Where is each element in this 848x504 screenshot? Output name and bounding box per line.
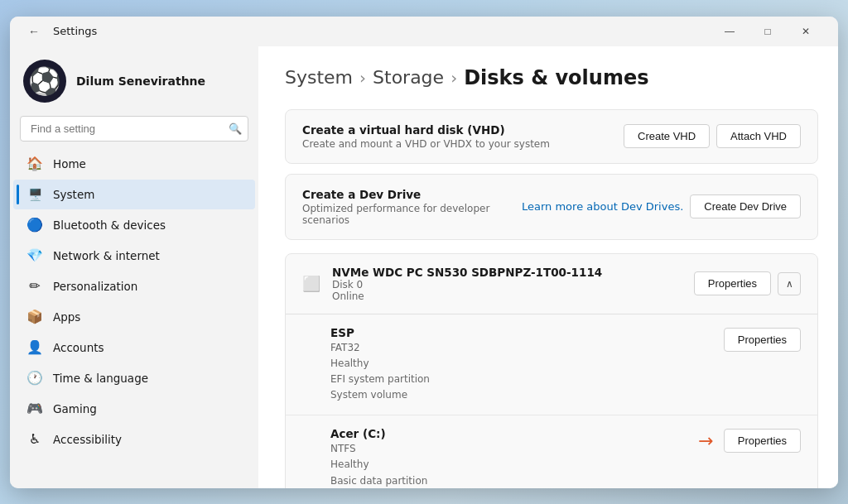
- disk-num: Disk 0: [332, 279, 682, 290]
- volume-row-acer: Acer (C:) NTFS Healthy Basic data partit…: [286, 415, 817, 487]
- titlebar: ← Settings — □ ✕: [10, 17, 838, 46]
- close-button[interactable]: ✕: [787, 18, 825, 45]
- search-icon: 🔍: [229, 122, 242, 135]
- sidebar-item-personalization[interactable]: ✏️ Personalization: [13, 271, 255, 301]
- devdrive-desc: Optimized performance for developer scen…: [302, 203, 512, 226]
- esp-detail-3: System volume: [330, 389, 407, 401]
- search-input[interactable]: [20, 116, 248, 142]
- breadcrumb-system: System: [285, 67, 353, 88]
- sidebar-item-accessibility-label: Accessibility: [53, 433, 122, 446]
- user-info: Dilum Senevirathne: [76, 74, 205, 88]
- vhd-row: Create a virtual hard disk (VHD) Create …: [286, 110, 817, 163]
- esp-properties-button[interactable]: Properties: [724, 328, 801, 352]
- disk-status: Online: [332, 290, 682, 302]
- vhd-info: Create a virtual hard disk (VHD) Create …: [302, 123, 614, 150]
- sidebar-item-bluetooth[interactable]: 🔵 Bluetooth & devices: [13, 210, 255, 240]
- create-vhd-button[interactable]: Create VHD: [624, 124, 710, 148]
- devdrive-info: Create a Dev Drive Optimized performance…: [302, 188, 512, 226]
- settings-window: ← Settings — □ ✕ ⚽ Dilum Senevirathne: [10, 17, 838, 488]
- sidebar-item-home[interactable]: 🏠 Home: [13, 149, 255, 179]
- user-name: Dilum Senevirathne: [76, 74, 205, 88]
- personalization-icon: ✏️: [26, 278, 43, 295]
- search-box: 🔍: [20, 116, 248, 142]
- esp-detail-2: EFI system partition: [330, 373, 430, 385]
- sidebar-item-system[interactable]: 🖥️ System: [13, 180, 255, 209]
- sidebar-item-bluetooth-label: Bluetooth & devices: [53, 218, 166, 232]
- maximize-button[interactable]: □: [749, 18, 787, 45]
- acer-detail-2: Basic data partition: [330, 475, 427, 487]
- sidebar-item-time[interactable]: 🕐 Time & language: [13, 363, 255, 393]
- vhd-title: Create a virtual hard disk (VHD): [302, 123, 614, 137]
- devdrive-card: Create a Dev Drive Optimized performance…: [285, 174, 818, 240]
- arrow-indicator-icon: →: [698, 430, 713, 451]
- volume-esp-actions: Properties: [724, 328, 801, 352]
- acer-detail-0: NTFS: [330, 443, 356, 454]
- breadcrumb-sep-2: ›: [450, 68, 457, 88]
- volume-esp-details: FAT32 Healthy EFI system partition Syste…: [330, 340, 714, 404]
- sidebar-item-personalization-label: Personalization: [53, 280, 137, 293]
- sidebar-item-gaming-label: Gaming: [53, 402, 97, 415]
- disk-properties-button[interactable]: Properties: [694, 271, 771, 295]
- disk-drive-icon: ⬜: [302, 275, 320, 292]
- volume-acer-actions: → Properties: [698, 429, 801, 453]
- disk-name: NVMe WDC PC SN530 SDBPNPZ-1T00-1114: [332, 266, 682, 279]
- system-icon: 🖥️: [26, 186, 43, 203]
- volume-acer-details: NTFS Healthy Basic data partition Boot v…: [330, 441, 688, 487]
- sidebar-item-home-label: Home: [53, 157, 86, 170]
- sidebar-item-time-label: Time & language: [53, 372, 148, 385]
- accounts-icon: 👤: [26, 339, 43, 356]
- main-content: System › Storage › Disks & volumes Creat…: [258, 46, 838, 488]
- nav-list: 🏠 Home 🖥️ System 🔵 Bluetooth & devices 💎…: [10, 148, 258, 455]
- sidebar-item-accessibility[interactable]: ♿ Accessibility: [13, 425, 255, 454]
- avatar-image: ⚽: [28, 65, 61, 97]
- esp-detail-0: FAT32: [330, 342, 360, 353]
- gaming-icon: 🎮: [26, 401, 43, 417]
- create-devdrive-button[interactable]: Create Dev Drive: [690, 194, 801, 218]
- sidebar-item-apps-label: Apps: [53, 310, 80, 324]
- disk-header-actions: Properties ∧: [694, 271, 801, 295]
- breadcrumb-sep-1: ›: [359, 68, 366, 88]
- titlebar-left: ← Settings: [23, 23, 97, 40]
- back-button[interactable]: ←: [23, 23, 45, 40]
- sidebar-item-apps[interactable]: 📦 Apps: [13, 302, 255, 332]
- content-area: ⚽ Dilum Senevirathne 🔍 🏠 Home 🖥️: [10, 46, 838, 488]
- sidebar-item-network-label: Network & internet: [53, 249, 160, 262]
- sidebar-item-gaming[interactable]: 🎮 Gaming: [13, 394, 255, 424]
- disk-collapse-button[interactable]: ∧: [778, 272, 801, 295]
- devdrive-title: Create a Dev Drive: [302, 188, 512, 201]
- avatar: ⚽: [23, 60, 66, 103]
- time-icon: 🕐: [26, 370, 43, 386]
- breadcrumb-current: Disks & volumes: [464, 66, 648, 89]
- volume-esp-name: ESP: [330, 326, 714, 339]
- devdrive-learn-more: Learn more about Dev Drives.: [522, 200, 683, 213]
- acer-detail-1: Healthy: [330, 458, 369, 470]
- devdrive-row: Create a Dev Drive Optimized performance…: [286, 175, 817, 239]
- vhd-actions: Create VHD Attach VHD: [624, 124, 801, 148]
- attach-vhd-button[interactable]: Attach VHD: [716, 124, 801, 148]
- sidebar-item-accounts-label: Accounts: [53, 341, 104, 354]
- disk-section: ⬜ NVMe WDC PC SN530 SDBPNPZ-1T00-1114 Di…: [285, 253, 818, 488]
- devdrive-actions: Learn more about Dev Drives. Create Dev …: [522, 194, 801, 218]
- sidebar: ⚽ Dilum Senevirathne 🔍 🏠 Home 🖥️: [10, 46, 258, 488]
- apps-icon: 📦: [26, 309, 43, 325]
- sidebar-item-accounts[interactable]: 👤 Accounts: [13, 333, 255, 362]
- volume-esp-info: ESP FAT32 Healthy EFI system partition S…: [330, 326, 714, 404]
- user-section: ⚽ Dilum Senevirathne: [10, 46, 258, 113]
- titlebar-controls: — □ ✕: [711, 18, 825, 45]
- breadcrumb-storage: Storage: [373, 67, 444, 88]
- volume-row-esp: ESP FAT32 Healthy EFI system partition S…: [286, 314, 817, 416]
- sidebar-item-network[interactable]: 💎 Network & internet: [13, 241, 255, 271]
- network-icon: 💎: [26, 247, 43, 264]
- minimize-button[interactable]: —: [711, 18, 749, 45]
- breadcrumb: System › Storage › Disks & volumes: [285, 66, 818, 89]
- vhd-card: Create a virtual hard disk (VHD) Create …: [285, 109, 818, 164]
- volume-acer-info: Acer (C:) NTFS Healthy Basic data partit…: [330, 427, 688, 487]
- window-title: Settings: [53, 25, 97, 37]
- sidebar-item-system-label: System: [53, 188, 94, 201]
- bluetooth-icon: 🔵: [26, 217, 43, 233]
- acer-properties-button[interactable]: Properties: [724, 429, 801, 453]
- accessibility-icon: ♿: [26, 431, 43, 448]
- esp-detail-1: Healthy: [330, 358, 369, 369]
- home-icon: 🏠: [26, 156, 43, 172]
- vhd-desc: Create and mount a VHD or VHDX to your s…: [302, 138, 614, 150]
